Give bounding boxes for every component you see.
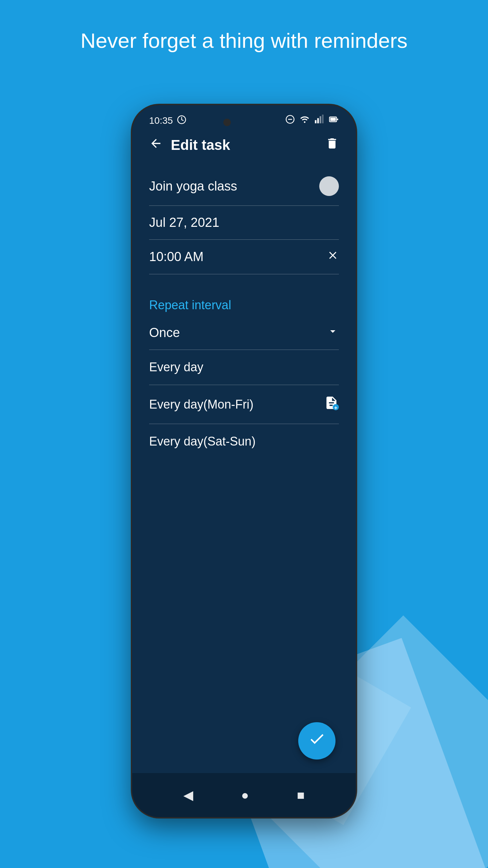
svg-rect-10 xyxy=(337,119,338,120)
check-icon xyxy=(308,730,326,752)
svg-rect-9 xyxy=(330,118,336,121)
svg-point-3 xyxy=(304,121,306,123)
app-header: Edit task xyxy=(132,130,356,160)
page-headline: Never forget a thing with reminders xyxy=(0,27,488,55)
status-time: 10:35 xyxy=(149,115,173,126)
repeat-section: Repeat interval Once Every day xyxy=(132,281,356,459)
svg-rect-5 xyxy=(317,118,319,123)
nav-recent-button[interactable]: ■ xyxy=(297,788,305,803)
date-input[interactable]: Jul 27, 2021 xyxy=(149,215,219,230)
back-button[interactable] xyxy=(149,137,163,153)
phone-device: 10:35 xyxy=(132,105,356,817)
add-note-icon[interactable]: + xyxy=(324,395,339,413)
clock-icon xyxy=(177,115,186,126)
form-content: Join yoga class Jul 27, 2021 10:00 AM xyxy=(132,160,356,281)
bottom-nav: ◀ ● ■ xyxy=(132,773,356,817)
signal-icon xyxy=(314,115,324,126)
screen-content: 10:35 xyxy=(132,105,356,817)
phone-camera xyxy=(223,119,231,126)
repeat-selected-value: Once xyxy=(149,326,180,340)
status-left: 10:35 xyxy=(149,115,186,126)
task-toggle[interactable] xyxy=(319,176,339,196)
repeat-options-list: Every day Every day(Mon-Fri) + xyxy=(149,350,339,459)
save-fab-button[interactable] xyxy=(298,722,336,760)
date-row[interactable]: Jul 27, 2021 xyxy=(149,206,339,240)
do-not-disturb-icon xyxy=(285,115,295,126)
option-every-day-sat-sun[interactable]: Every day(Sat-Sun) xyxy=(149,424,339,459)
repeat-dropdown[interactable]: Once xyxy=(149,316,339,350)
delete-button[interactable] xyxy=(325,137,339,153)
svg-rect-6 xyxy=(320,116,321,123)
dropdown-arrow-icon xyxy=(327,325,339,340)
task-name-row: Join yoga class xyxy=(149,167,339,206)
nav-home-button[interactable]: ● xyxy=(241,788,249,803)
status-right xyxy=(285,115,339,126)
app-title: Edit task xyxy=(171,137,230,153)
svg-text:+: + xyxy=(334,405,338,410)
clear-time-button[interactable] xyxy=(327,249,339,264)
phone-shell: 10:35 xyxy=(132,105,356,817)
option-every-day-mon-fri[interactable]: Every day(Mon-Fri) + xyxy=(149,385,339,424)
status-bar: 10:35 xyxy=(132,105,356,130)
wifi-icon xyxy=(300,115,310,126)
battery-icon xyxy=(329,115,339,126)
repeat-label: Repeat interval xyxy=(149,298,339,312)
time-input[interactable]: 10:00 AM xyxy=(149,250,204,264)
option-every-day[interactable]: Every day xyxy=(149,350,339,385)
time-row: 10:00 AM xyxy=(149,240,339,274)
svg-rect-4 xyxy=(315,120,317,123)
svg-rect-7 xyxy=(322,115,324,123)
task-name-input[interactable]: Join yoga class xyxy=(149,179,237,194)
app-header-left: Edit task xyxy=(149,137,230,153)
nav-back-button[interactable]: ◀ xyxy=(183,788,193,803)
